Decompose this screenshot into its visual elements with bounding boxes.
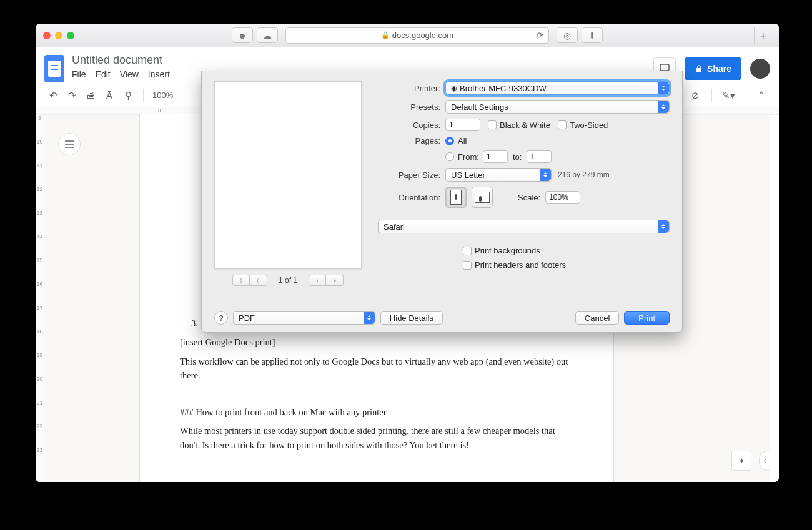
docs-menu-bar: File Edit View Insert xyxy=(72,69,170,79)
menu-insert[interactable]: Insert xyxy=(148,69,170,79)
undo-button[interactable]: ↶ xyxy=(47,89,59,102)
black-white-checkbox[interactable] xyxy=(488,120,497,129)
ruler-mark: 16 xyxy=(36,281,44,305)
two-sided-checkbox[interactable] xyxy=(558,120,567,129)
cancel-button[interactable]: Cancel xyxy=(575,311,619,325)
print-dialog: ⟪ ⟨ 1 of 1 ⟩ ⟫ Printer: ◉ Brother MFC-93… xyxy=(201,71,683,333)
document-title[interactable]: Untitled document xyxy=(72,54,170,67)
paper-size-value: US Letter xyxy=(451,170,485,180)
presets-select[interactable]: Default Settings xyxy=(445,100,670,114)
printer-value: Brother MFC-9330CDW xyxy=(460,84,547,93)
help-button[interactable]: ? xyxy=(214,311,228,325)
pdf-label: PDF xyxy=(239,313,255,323)
pages-from-radio[interactable] xyxy=(445,152,454,161)
side-panel-toggle[interactable]: ‹ xyxy=(759,451,770,471)
share-button[interactable]: Share xyxy=(685,57,741,80)
hide-details-button[interactable]: Hide Details xyxy=(380,311,443,325)
ruler-mark: 23 xyxy=(36,447,44,471)
presets-value: Default Settings xyxy=(451,102,508,112)
pages-from-input[interactable] xyxy=(483,150,508,163)
privacy-report-button[interactable]: ☻ xyxy=(232,27,253,43)
ruler-mark: 21 xyxy=(36,400,44,423)
ruler-mark: 17 xyxy=(36,305,44,328)
redo-button[interactable]: ↷ xyxy=(66,89,78,102)
copies-label: Copies: xyxy=(378,120,440,130)
pages-all-radio[interactable] xyxy=(445,137,454,145)
orientation-portrait-button[interactable] xyxy=(445,187,467,208)
menu-edit[interactable]: Edit xyxy=(96,69,111,79)
print-button[interactable]: Print xyxy=(624,311,670,325)
vertical-ruler: 9 10 11 12 13 14 15 16 17 18 19 20 21 22… xyxy=(36,115,44,482)
printer-select[interactable]: ◉ Brother MFC-9330CDW xyxy=(445,81,670,95)
lock-icon: 🔒 xyxy=(381,31,390,39)
pages-to-input[interactable] xyxy=(527,150,552,163)
account-avatar[interactable] xyxy=(750,59,770,79)
safari-window: ☻ ☁ 🔒 docs.google.com ⟳ ◎ ⬇ ＋ Untitled d… xyxy=(36,24,779,482)
minimize-window-button[interactable] xyxy=(55,32,62,39)
scale-input[interactable] xyxy=(545,191,580,204)
doc-paragraph: [insert Google Docs print] xyxy=(180,335,573,349)
pages-all-label: All xyxy=(458,136,467,145)
explore-button[interactable]: ✦ xyxy=(731,451,751,471)
clear-formatting-button[interactable]: ⊘ xyxy=(689,89,701,102)
presets-label: Presets: xyxy=(378,102,440,112)
orientation-landscape-button[interactable] xyxy=(472,187,493,208)
preview-page-counter: 1 of 1 xyxy=(279,276,297,285)
paper-dimensions: 216 by 279 mm xyxy=(558,170,610,179)
menu-view[interactable]: View xyxy=(120,69,139,79)
downloads-button[interactable]: ⬇ xyxy=(582,27,603,43)
docs-logo-icon[interactable] xyxy=(44,55,64,82)
doc-paragraph: This workflow can be applied not only to… xyxy=(180,355,573,383)
print-button[interactable]: 🖶 xyxy=(84,89,97,102)
preview-prev-button[interactable]: ⟨ xyxy=(250,275,267,286)
new-tab-button[interactable]: ＋ xyxy=(754,27,771,44)
print-backgrounds-checkbox[interactable] xyxy=(463,247,472,255)
black-white-label: Black & White xyxy=(500,120,550,130)
orientation-label: Orientation: xyxy=(378,193,440,202)
icloud-tabs-button[interactable]: ☁ xyxy=(257,27,278,43)
print-headers-footers-label: Print headers and footers xyxy=(475,260,566,270)
preview-next-button[interactable]: ⟩ xyxy=(309,275,326,286)
doc-paragraph: While most printers in use today support… xyxy=(180,424,573,452)
scale-label: Scale: xyxy=(518,193,540,202)
ruler-mark: 12 xyxy=(36,186,44,210)
spellcheck-button[interactable]: Ā xyxy=(103,89,116,102)
copies-input[interactable] xyxy=(445,119,480,131)
address-bar[interactable]: 🔒 docs.google.com ⟳ xyxy=(285,27,549,44)
menu-file[interactable]: File xyxy=(72,69,86,79)
two-sided-label: Two-Sided xyxy=(570,120,608,130)
zoom-level[interactable]: 100% xyxy=(152,91,173,100)
collapse-toolbar-button[interactable]: ˄ xyxy=(755,89,768,102)
reader-button[interactable]: ◎ xyxy=(557,27,578,43)
address-bar-text: docs.google.com xyxy=(392,31,453,40)
from-label: From: xyxy=(458,152,479,162)
to-label: to: xyxy=(513,152,522,162)
ruler-mark: 10 xyxy=(36,139,44,162)
preview-first-button[interactable]: ⟪ xyxy=(232,275,250,286)
preview-last-button[interactable]: ⟫ xyxy=(326,275,344,286)
close-window-button[interactable] xyxy=(43,32,51,39)
select-arrows-icon xyxy=(364,312,375,324)
select-arrows-icon xyxy=(540,169,551,181)
safari-titlebar: ☻ ☁ 🔒 docs.google.com ⟳ ◎ ⬇ ＋ xyxy=(36,24,779,47)
window-controls xyxy=(43,32,74,39)
zoom-window-button[interactable] xyxy=(67,32,74,39)
print-dialog-footer: ? PDF Hide Details Cancel Print xyxy=(214,303,670,325)
outline-toggle-button[interactable] xyxy=(58,133,81,155)
paint-format-button[interactable]: ⚲ xyxy=(122,89,134,102)
print-headers-footers-checkbox[interactable] xyxy=(463,261,472,270)
printer-label: Printer: xyxy=(378,84,440,93)
editing-mode-button[interactable]: ✎▾ xyxy=(722,89,735,102)
doc-heading: ### How to print front and back on Mac w… xyxy=(180,405,573,419)
app-options-value: Safari xyxy=(384,222,405,232)
ruler-mark: 19 xyxy=(36,352,44,376)
outline-icon xyxy=(64,140,74,149)
select-arrows-icon xyxy=(658,82,669,94)
pdf-dropdown[interactable]: PDF xyxy=(233,311,375,325)
app-options-select[interactable]: Safari xyxy=(378,220,670,233)
paper-size-select[interactable]: US Letter xyxy=(445,168,552,182)
ruler-mark: 9 xyxy=(36,115,44,139)
ruler-mark: 14 xyxy=(36,233,44,257)
ruler-mark: 20 xyxy=(36,376,44,400)
reload-icon[interactable]: ⟳ xyxy=(537,31,543,40)
